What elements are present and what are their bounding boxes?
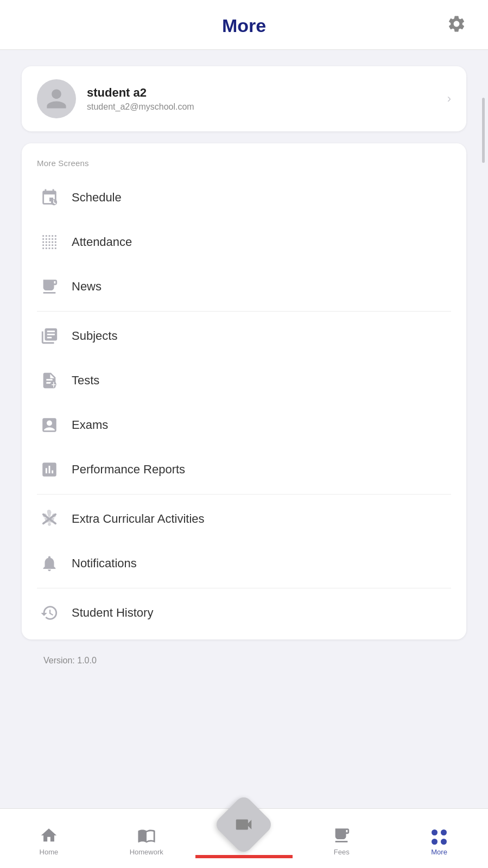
activities-icon bbox=[37, 506, 62, 531]
schedule-label: Schedule bbox=[72, 191, 122, 205]
nav-fees[interactable]: Fees bbox=[293, 826, 390, 858]
notifications-icon bbox=[37, 551, 62, 576]
menu-item-schedule[interactable]: Schedule bbox=[37, 175, 451, 220]
subjects-icon bbox=[37, 324, 62, 349]
divider-2 bbox=[37, 494, 451, 495]
menu-item-attendance[interactable]: Attendance bbox=[37, 220, 451, 264]
menu-section-title: More Screens bbox=[37, 159, 451, 168]
menu-item-subjects[interactable]: Subjects bbox=[37, 314, 451, 358]
main-content: student a2 student_a2@myschool.com › Mor… bbox=[0, 50, 488, 693]
settings-icon[interactable] bbox=[447, 14, 466, 36]
performance-icon bbox=[37, 457, 62, 482]
profile-card[interactable]: student a2 student_a2@myschool.com › bbox=[22, 66, 466, 131]
camera-button[interactable] bbox=[213, 794, 275, 855]
extracurricular-label: Extra Curricular Activities bbox=[72, 512, 205, 526]
header: More bbox=[0, 0, 488, 50]
divider-1 bbox=[37, 311, 451, 312]
notifications-label: Notifications bbox=[72, 556, 137, 571]
performance-label: Performance Reports bbox=[72, 462, 185, 477]
profile-email: student_a2@myschool.com bbox=[87, 102, 442, 112]
menu-item-exams[interactable]: Exams bbox=[37, 403, 451, 447]
bottom-nav: Home Homework Fees More bbox=[0, 808, 488, 868]
attendance-label: Attendance bbox=[72, 235, 132, 249]
page-title: More bbox=[222, 15, 266, 36]
exams-label: Exams bbox=[72, 418, 108, 432]
student-history-label: Student History bbox=[72, 606, 153, 620]
nav-more-label: More bbox=[431, 848, 447, 856]
menu-item-performance[interactable]: Performance Reports bbox=[37, 447, 451, 492]
divider-3 bbox=[37, 588, 451, 588]
menu-item-tests[interactable]: Tests bbox=[37, 358, 451, 403]
tests-icon bbox=[37, 368, 62, 393]
home-icon bbox=[40, 826, 58, 845]
exams-icon bbox=[37, 413, 62, 438]
menu-item-notifications[interactable]: Notifications bbox=[37, 541, 451, 586]
tests-label: Tests bbox=[72, 373, 99, 388]
nav-more[interactable]: More bbox=[390, 829, 488, 858]
nav-homework[interactable]: Homework bbox=[98, 826, 195, 858]
nav-homework-label: Homework bbox=[130, 848, 163, 856]
homework-icon bbox=[137, 826, 156, 845]
version-text: Version: 1.0.0 bbox=[22, 656, 466, 666]
menu-card: More Screens Schedule Attendance bbox=[22, 143, 466, 639]
schedule-icon bbox=[37, 185, 62, 210]
scrollbar bbox=[482, 98, 485, 163]
camera-icon bbox=[233, 814, 254, 835]
profile-info: student a2 student_a2@myschool.com bbox=[87, 86, 442, 112]
nav-home[interactable]: Home bbox=[0, 826, 98, 858]
attendance-icon bbox=[37, 230, 62, 255]
nav-fees-label: Fees bbox=[334, 848, 350, 856]
avatar bbox=[37, 79, 76, 118]
menu-item-news[interactable]: News bbox=[37, 264, 451, 309]
red-accent bbox=[195, 855, 293, 858]
more-dots-icon bbox=[432, 829, 447, 845]
nav-home-label: Home bbox=[40, 848, 59, 856]
profile-name: student a2 bbox=[87, 86, 442, 100]
menu-item-student-history[interactable]: Student History bbox=[37, 591, 451, 635]
fees-icon bbox=[332, 826, 351, 845]
subjects-label: Subjects bbox=[72, 329, 117, 343]
menu-item-extracurricular[interactable]: Extra Curricular Activities bbox=[37, 497, 451, 541]
news-icon bbox=[37, 274, 62, 299]
news-label: News bbox=[72, 280, 102, 294]
history-icon bbox=[37, 600, 62, 625]
profile-chevron-icon: › bbox=[447, 92, 451, 106]
